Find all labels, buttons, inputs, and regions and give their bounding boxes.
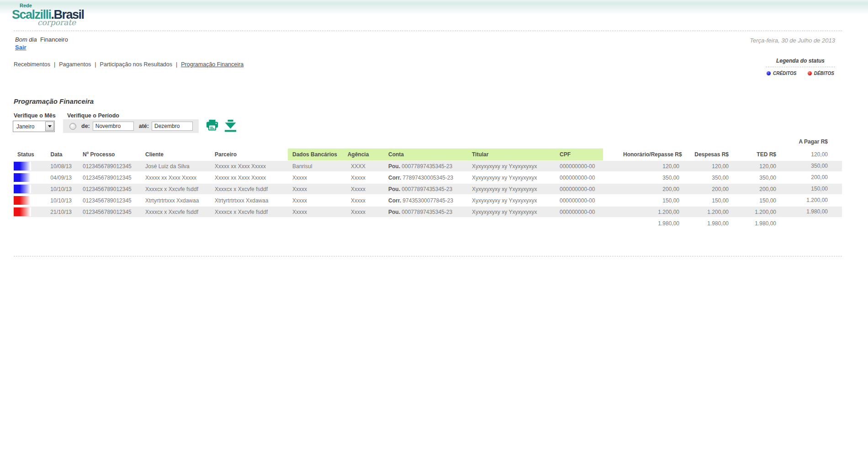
cell-processo: 0123456789012345 (83, 172, 132, 183)
cell-conta: Pou. 00077897435345-23 (388, 207, 452, 218)
cell-data: 10/10/13 (41, 195, 72, 206)
cell-data: 04/09/13 (41, 172, 72, 183)
cell-conta: Pou. 00077897435345-23 (388, 161, 452, 172)
conta-tipo: Pou. (388, 209, 400, 215)
print-icon[interactable] (206, 120, 218, 133)
column-header-cpf: CPF (560, 149, 571, 160)
period-radio[interactable] (69, 123, 76, 130)
cell-processo: 0123456789012345 (83, 184, 132, 195)
status-indicator (14, 162, 31, 170)
period-to-input[interactable] (152, 122, 193, 131)
cell-processo: 0123456789012345 (83, 161, 132, 172)
status-indicator (14, 185, 31, 193)
a-pagar-value: 1.200,00 (772, 195, 828, 206)
status-indicator (14, 207, 31, 216)
table-row: 21/10/13 0123456789012345 Xxxxcx x Xxcvf… (14, 207, 842, 218)
column-header-conta: Conta (388, 149, 404, 160)
a-pagar-value: 1.980,00 (772, 206, 828, 218)
cell-agencia: Xxxxx (344, 207, 373, 218)
content-bottom-divider (14, 256, 842, 256)
month-filter-label: Verifique o Mês (14, 112, 56, 119)
cell-processo: 0123456789012345 (83, 207, 132, 218)
cell-ted: 120,00 (720, 161, 776, 172)
a-pagar-value: 200,00 (772, 172, 828, 183)
nav-separator: | (95, 61, 96, 68)
cell-agencia: Xxxxx (344, 184, 373, 195)
chevron-down-icon[interactable] (45, 122, 54, 131)
column-header-cliente: Cliente (145, 149, 164, 160)
table-row: 04/09/13 0123456789012345 Xxxxx xx Xxxx … (14, 172, 842, 184)
conta-tipo: Pou. (388, 163, 400, 170)
nav-pagamentos[interactable]: Pagamentos (59, 61, 91, 68)
column-header-honorario: Honorário/Repasse R$ (623, 149, 679, 160)
nav-separator: | (176, 61, 177, 68)
page: Rede Scalzilli.Brasil corporate Bom dia … (0, 0, 868, 457)
nav-programacao-financeira[interactable]: Programação Financeira (181, 61, 243, 68)
cell-ted: 350,00 (720, 172, 776, 183)
legend-items: CRÉDITOS DÉBITOS (766, 71, 835, 76)
total-ted: 1.980,00 (720, 218, 776, 229)
conta-numero: 00077897435345-23 (402, 209, 452, 215)
legend-item-debitos: DÉBITOS (808, 71, 834, 76)
cell-honorario: 1.200,00 (623, 207, 679, 218)
table-row: 10/10/13 0123456789012345 Xxxxcx x Xxcvf… (14, 184, 842, 195)
period-from-label: de: (81, 123, 90, 129)
cell-processo: 0123456789012345 (83, 195, 132, 206)
nav-recebimentos[interactable]: Recebimentos (14, 61, 50, 68)
debit-dot-icon (808, 71, 812, 75)
period-filter-bar: de: até: (63, 119, 199, 133)
cell-honorario: 200,00 (623, 184, 679, 195)
status-indicator (14, 173, 31, 182)
cell-cpf: 000000000-00 (560, 195, 595, 206)
legend-label-creditos: CRÉDITOS (773, 71, 797, 76)
cell-data: 10/08/13 (41, 161, 72, 172)
column-header-status: Status (17, 149, 34, 160)
status-legend: Legenda do status CRÉDITOS DÉBITOS (766, 58, 835, 76)
cell-parceiro: Xxxxcx x Xxcvfe fsddf (215, 184, 268, 195)
a-pagar-value: 350,00 (772, 160, 828, 172)
cell-titular: Xyxyxyxyxy xy Yxyxyxyxyx (472, 184, 537, 195)
top-gradient-band (0, 0, 868, 16)
greeting-prefix: Bom dia (15, 36, 37, 43)
nav-participacao[interactable]: Participação nos Resultados (100, 61, 172, 68)
conta-numero: 77897430005345-23 (402, 175, 453, 181)
cell-agencia: Xxxxx (344, 195, 373, 206)
period-from-input[interactable] (93, 122, 134, 131)
cell-cliente: José Luiz da Silva (145, 161, 190, 172)
column-header-agencia: Agência (344, 149, 373, 160)
conta-numero: 00077897435345-23 (402, 163, 452, 170)
legend-label-debitos: DÉBITOS (814, 71, 834, 76)
cell-titular: Xyxyxyxyxy xy Yxyxyxyxyx (472, 161, 537, 172)
cell-conta: Pou. 00077897435345-23 (388, 184, 452, 195)
cell-cliente: Xtrtyrtrtrtxxx Xxdawaa (145, 195, 199, 206)
cell-cliente: Xxxxcx x Xxcvfe fsddf (145, 207, 198, 218)
credit-dot-icon (767, 71, 771, 75)
a-pagar-value: 150,00 (772, 183, 828, 195)
cell-data: 21/10/13 (41, 207, 72, 218)
cell-honorario: 350,00 (623, 172, 679, 183)
greeting-user: Financeiro (40, 36, 68, 43)
conta-tipo: Corr. (388, 197, 401, 204)
table-row: 10/08/13 0123456789012345 José Luiz da S… (14, 161, 842, 172)
cell-banco: Xxxxx (292, 195, 307, 206)
cell-agencia: XXXX (344, 161, 373, 172)
cell-honorario: 150,00 (623, 195, 679, 206)
download-icon[interactable] (225, 120, 236, 134)
cell-titular: Xyxyxyxyxy xy Yxyxyxyxyx (472, 207, 537, 218)
logout-link[interactable]: Sair (15, 44, 26, 51)
a-pagar-value: 120,00 (772, 149, 828, 160)
cell-ted: 150,00 (720, 195, 776, 206)
conta-tipo: Pou. (388, 186, 400, 192)
cell-banco: Banrisul (292, 161, 312, 172)
cell-parceiro: Xxxxcx x Xxcvfe fsddf (215, 207, 268, 218)
cell-cliente: Xxxxx xx Xxxx Xxxxx (145, 172, 196, 183)
cell-banco: Xxxxx (292, 172, 307, 183)
column-header-ted: TED R$ (720, 149, 776, 160)
cell-cpf: 000000000-00 (560, 207, 595, 218)
cell-titular: Xyxyxyxyxy xy Yxyxyxyxyx (472, 195, 537, 206)
conta-numero: 00077897435345-23 (402, 186, 452, 192)
period-to-label: até: (139, 123, 149, 129)
legend-title: Legenda do status (766, 58, 835, 67)
month-select[interactable]: Janeiro (13, 121, 55, 132)
total-honorario: 1.980,00 (623, 218, 679, 229)
